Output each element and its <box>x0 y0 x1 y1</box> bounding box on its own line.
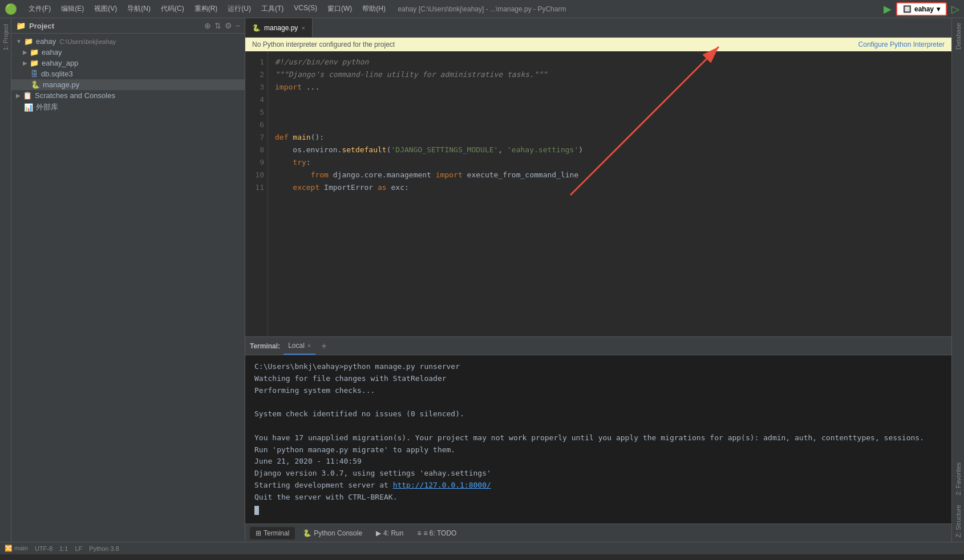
todo-icon: ≡ <box>417 529 421 537</box>
tree-folder-eahay[interactable]: ▶ 📁 eahay <box>11 47 245 58</box>
tree-scratches[interactable]: ▶ 📋 Scratches and Consoles <box>11 90 245 101</box>
tree-file-manage-py[interactable]: 🐍 manage.py <box>11 79 245 90</box>
terminal-label: Terminal: <box>250 342 280 350</box>
settings-icon[interactable]: ⚙ <box>225 21 232 30</box>
tab-label: manage.py <box>264 24 298 32</box>
run-icon: ▶ <box>376 529 381 537</box>
line-num-6: 6 <box>249 119 264 131</box>
folder-icon: 📁 <box>30 59 39 67</box>
line-numbers: 1 2 3 4 5 6 7 8 9 10 11 <box>245 51 268 336</box>
menu-window[interactable]: 窗口(W) <box>323 2 357 16</box>
menu-tools[interactable]: 工具(T) <box>257 2 288 16</box>
top-right-actions: ▶ 🔲 eahay ▾ ▷ <box>884 2 959 16</box>
editor-area: 🐍 manage.py × No Python interpreter conf… <box>245 18 951 336</box>
run-config-icon: 🔲 <box>903 5 912 13</box>
sidebar-project-label[interactable]: 1: Project <box>1 21 10 54</box>
add-terminal-icon[interactable]: + <box>319 341 329 351</box>
tool-tab-todo[interactable]: ≡ ≡ 6: TODO <box>411 527 462 539</box>
term-line-11: Starting development server at http://12… <box>254 480 942 492</box>
tree-item-label: eahay <box>42 48 62 56</box>
term-line-6 <box>254 420 942 432</box>
term-line-10: Django version 3.0.7, using settings 'ea… <box>254 468 942 480</box>
status-encoding[interactable]: UTF-8 <box>35 545 52 552</box>
code-editor[interactable]: #!/usr/bin/env python """Django's comman… <box>268 51 951 336</box>
tab-py-icon: 🐍 <box>252 24 261 32</box>
structure-label[interactable]: Z: Structure <box>954 500 963 542</box>
tree-item-label: 外部库 <box>36 102 58 112</box>
terminal-output: C:\Users\bnkj\eahay>python manage.py run… <box>245 355 951 524</box>
menu-code[interactable]: 代码(C) <box>156 2 189 16</box>
menu-run[interactable]: 运行(U) <box>223 2 256 16</box>
menu-navigate[interactable]: 导航(N) <box>123 2 155 16</box>
warning-banner: No Python interpreter configured for the… <box>245 38 951 51</box>
run-config-label: eahay <box>914 5 934 13</box>
line-num-5: 5 <box>249 106 264 119</box>
run-play-icon[interactable]: ▶ <box>884 3 892 15</box>
run-dropdown-icon: ▾ <box>937 5 940 13</box>
line-num-1: 1 <box>249 56 264 68</box>
status-git[interactable]: 🔀 main <box>5 545 28 552</box>
tab-local-label: Local <box>288 342 305 350</box>
favorites-label[interactable]: 2: Favorites <box>954 458 963 500</box>
line-num-7: 7 <box>249 131 264 144</box>
right-sidebar-structure: Z: Structure <box>954 500 963 542</box>
tree-folder-eahay-app[interactable]: ▶ 📁 eahay_app <box>11 58 245 68</box>
term-line-9: June 21, 2020 - 11:40:59 <box>254 456 942 468</box>
terminal-icon: ⊞ <box>256 529 261 537</box>
term-line-7: You have 17 unapplied migration(s). Your… <box>254 432 942 444</box>
close-panel-icon[interactable]: − <box>236 21 240 30</box>
tool-tab-run[interactable]: ▶ 4: Run <box>370 527 409 539</box>
configure-link[interactable]: Configure Python Interpreter <box>858 40 945 48</box>
tool-tab-label: ≡ 6: TODO <box>423 529 456 537</box>
tree-item-label: db.sqlite3 <box>41 70 73 78</box>
right-sidebar-label[interactable]: Database <box>954 18 963 54</box>
line-num-8: 8 <box>249 144 264 156</box>
menu-refactor[interactable]: 重构(R) <box>190 2 222 16</box>
status-python[interactable]: Python 3.8 <box>89 545 119 552</box>
main-layout: 1: Project 📁 Project ⊕ ⇅ ⚙ − ▼ 📁 eahay <box>0 18 964 542</box>
menu-file[interactable]: 文件(F) <box>24 2 55 16</box>
terminal-tab-local[interactable]: Local × <box>283 337 315 355</box>
tree-external-libs[interactable]: 📊 外部库 <box>11 101 245 113</box>
run-forward-icon[interactable]: ▷ <box>951 3 959 15</box>
tree-expand-icon: ▶ <box>23 60 27 66</box>
project-toolbar: ⊕ ⇅ ⚙ − <box>204 21 240 30</box>
menu-edit[interactable]: 编辑(E) <box>56 2 88 16</box>
tree-expand-icon: ▶ <box>23 49 27 55</box>
status-line-col[interactable]: 1:1 <box>59 545 68 552</box>
run-config-button[interactable]: 🔲 eahay ▾ <box>896 2 947 16</box>
menu-vcs[interactable]: VCS(S) <box>289 2 322 16</box>
terminal-cursor <box>254 506 259 515</box>
code-area: 1 2 3 4 5 6 7 8 9 10 11 #!/usr/bin/env p… <box>245 51 951 336</box>
right-sidebar-favorites: 2: Favorites <box>954 458 963 500</box>
line-num-9: 9 <box>249 156 264 169</box>
tree-item-label: manage.py <box>43 80 79 89</box>
term-line-4 <box>254 396 942 408</box>
add-file-icon[interactable]: ⊕ <box>204 21 211 30</box>
tab-close-icon[interactable]: × <box>301 25 305 31</box>
tool-tab-label: 4: Run <box>383 529 403 537</box>
server-url-link[interactable]: http://127.0.0.1:8000/ <box>393 481 491 489</box>
tree-expand-icon: ▶ <box>16 92 21 99</box>
tool-tab-terminal[interactable]: ⊞ Terminal <box>250 527 295 539</box>
tool-tab-python-console[interactable]: 🐍 Python Console <box>297 527 368 539</box>
menu-view[interactable]: 视图(V) <box>90 2 121 16</box>
term-line-2: Watching for file changes with StatReloa… <box>254 373 942 385</box>
terminal-tab-close-icon[interactable]: × <box>307 342 311 349</box>
tree-root-eahay[interactable]: ▼ 📁 eahay C:\Users\bnkj\eahay <box>11 36 245 47</box>
file-tree: ▼ 📁 eahay C:\Users\bnkj\eahay ▶ 📁 eahay … <box>11 34 245 542</box>
status-bar: 🔀 main UTF-8 1:1 LF Python 3.8 <box>0 542 964 554</box>
sync-icon[interactable]: ⇅ <box>214 21 221 30</box>
status-lf[interactable]: LF <box>75 545 82 552</box>
tab-manage-py[interactable]: 🐍 manage.py × <box>245 18 313 37</box>
menu-help[interactable]: 帮助(H) <box>358 2 390 16</box>
bottom-tool-tabs: ⊞ Terminal 🐍 Python Console ▶ 4: Run ≡ ≡… <box>245 524 951 542</box>
tree-file-db[interactable]: 🗄 db.sqlite3 <box>11 68 245 79</box>
line-num-10: 10 <box>249 169 264 181</box>
git-branch-label: main <box>14 545 28 551</box>
menu-bar: 文件(F) 编辑(E) 视图(V) 导航(N) 代码(C) 重构(R) 运行(U… <box>24 2 390 16</box>
line-num-3: 3 <box>249 81 264 94</box>
project-folder-icon: 📁 <box>16 21 26 30</box>
term-line-8: Run 'python manage.py migrate' to apply … <box>254 444 942 456</box>
tree-expand-icon: ▼ <box>16 38 22 44</box>
